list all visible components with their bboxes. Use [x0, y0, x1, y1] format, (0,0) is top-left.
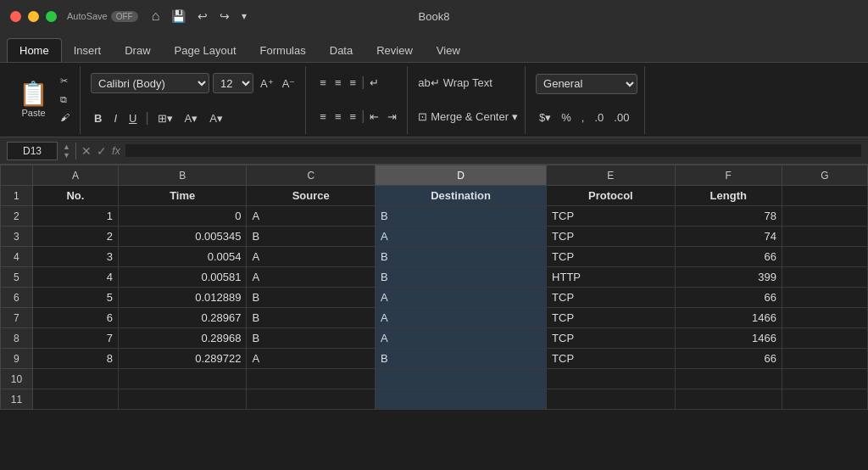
- bold-button[interactable]: B: [91, 110, 105, 126]
- table-cell[interactable]: B: [376, 247, 547, 267]
- merge-center-row[interactable]: ⊡ Merge & Center ▾: [418, 110, 518, 123]
- table-cell[interactable]: A: [376, 227, 547, 247]
- table-cell[interactable]: 8: [32, 349, 118, 369]
- table-cell[interactable]: TCP: [547, 206, 676, 227]
- italic-button[interactable]: I: [110, 110, 120, 126]
- cell-ref-input[interactable]: [7, 142, 58, 160]
- table-cell[interactable]: Source: [247, 186, 376, 206]
- table-cell[interactable]: A: [247, 267, 376, 288]
- table-cell[interactable]: [782, 186, 867, 206]
- tab-data[interactable]: Data: [318, 39, 364, 62]
- table-cell[interactable]: 5: [32, 288, 118, 308]
- percent-button[interactable]: %: [558, 109, 575, 126]
- table-cell[interactable]: [118, 389, 247, 410]
- cut-button[interactable]: ✂: [57, 73, 73, 89]
- table-cell[interactable]: A: [376, 288, 547, 308]
- tab-formulas[interactable]: Formulas: [248, 39, 318, 62]
- table-cell[interactable]: A: [247, 206, 376, 227]
- table-cell[interactable]: 66: [675, 247, 782, 267]
- table-cell[interactable]: [782, 369, 867, 389]
- table-cell[interactable]: [782, 308, 867, 328]
- font-color-button[interactable]: A▾: [206, 110, 226, 126]
- tab-insert[interactable]: Insert: [62, 39, 114, 62]
- table-cell[interactable]: [32, 369, 118, 389]
- table-cell[interactable]: 0.28968: [118, 328, 247, 349]
- col-header-d[interactable]: D: [376, 165, 547, 186]
- save-icon[interactable]: 💾: [171, 9, 186, 23]
- align-right-button[interactable]: ≡: [347, 109, 360, 125]
- table-cell[interactable]: [247, 369, 376, 389]
- table-cell[interactable]: 0.28967: [118, 308, 247, 328]
- table-cell[interactable]: B: [247, 328, 376, 349]
- border-button[interactable]: ⊞▾: [154, 110, 176, 126]
- table-cell[interactable]: 0: [118, 206, 247, 227]
- table-cell[interactable]: 7: [32, 328, 118, 349]
- formula-input[interactable]: [125, 144, 861, 157]
- table-cell[interactable]: 0.289722: [118, 349, 247, 369]
- formula-confirm-icon[interactable]: ✓: [97, 144, 107, 158]
- table-cell[interactable]: 3: [32, 247, 118, 267]
- table-cell[interactable]: A: [376, 328, 547, 349]
- table-cell[interactable]: [247, 389, 376, 410]
- table-cell[interactable]: B: [247, 227, 376, 247]
- table-cell[interactable]: [376, 369, 547, 389]
- increase-font-btn[interactable]: A⁺: [257, 76, 277, 92]
- table-cell[interactable]: 74: [675, 227, 782, 247]
- align-bottom-button[interactable]: ≡: [347, 75, 360, 91]
- formula-arrows[interactable]: ▲▼: [63, 143, 70, 159]
- home-icon[interactable]: ⌂: [152, 8, 160, 24]
- table-cell[interactable]: No.: [32, 186, 118, 206]
- table-cell[interactable]: B: [376, 267, 547, 288]
- table-cell[interactable]: B: [376, 206, 547, 227]
- table-cell[interactable]: 66: [675, 349, 782, 369]
- col-header-g[interactable]: G: [782, 165, 867, 186]
- col-header-c[interactable]: C: [247, 165, 376, 186]
- tab-page-layout[interactable]: Page Layout: [163, 39, 248, 62]
- copy-button[interactable]: ⧉: [57, 92, 73, 108]
- table-cell[interactable]: A: [376, 308, 547, 328]
- wrap-text-icon-btn[interactable]: ↵: [366, 75, 382, 91]
- table-cell[interactable]: TCP: [547, 247, 676, 267]
- accounting-button[interactable]: $▾: [536, 109, 554, 126]
- table-cell[interactable]: B: [247, 288, 376, 308]
- table-cell[interactable]: 78: [675, 206, 782, 227]
- align-left-button[interactable]: ≡: [316, 109, 330, 125]
- col-header-e[interactable]: E: [547, 165, 676, 186]
- table-cell[interactable]: 6: [32, 308, 118, 328]
- table-cell[interactable]: [32, 389, 118, 410]
- table-cell[interactable]: TCP: [547, 227, 676, 247]
- table-cell[interactable]: [547, 369, 676, 389]
- number-format-select[interactable]: General: [536, 74, 637, 94]
- table-cell[interactable]: TCP: [547, 328, 676, 349]
- table-cell[interactable]: 0.00581: [118, 267, 247, 288]
- table-cell[interactable]: [782, 206, 867, 227]
- table-cell[interactable]: 1466: [675, 308, 782, 328]
- table-cell[interactable]: TCP: [547, 288, 676, 308]
- decrease-font-btn[interactable]: A⁻: [279, 76, 299, 92]
- font-size-select[interactable]: 12: [213, 73, 253, 93]
- table-cell[interactable]: Protocol: [547, 186, 676, 206]
- comma-button[interactable]: ,: [578, 109, 588, 126]
- redo-icon[interactable]: ↪: [220, 9, 230, 23]
- tab-draw[interactable]: Draw: [113, 39, 162, 62]
- format-painter-button[interactable]: 🖌: [57, 109, 73, 126]
- table-cell[interactable]: [782, 227, 867, 247]
- table-cell[interactable]: HTTP: [547, 267, 676, 288]
- table-cell[interactable]: [376, 389, 547, 410]
- font-family-select[interactable]: Calibri (Body): [91, 73, 209, 93]
- col-header-a[interactable]: A: [32, 165, 118, 186]
- fill-color-button[interactable]: A▾: [181, 110, 202, 126]
- close-button[interactable]: [10, 11, 21, 22]
- table-cell[interactable]: [782, 267, 867, 288]
- indent-left-button[interactable]: ⇤: [366, 109, 382, 125]
- indent-right-button[interactable]: ⇥: [384, 109, 400, 125]
- table-cell[interactable]: 0.005345: [118, 227, 247, 247]
- table-cell[interactable]: [118, 369, 247, 389]
- tab-review[interactable]: Review: [364, 39, 425, 62]
- table-cell[interactable]: 4: [32, 267, 118, 288]
- table-cell[interactable]: B: [376, 349, 547, 369]
- table-cell[interactable]: [782, 247, 867, 267]
- table-cell[interactable]: 1: [32, 206, 118, 227]
- underline-button[interactable]: U: [125, 110, 140, 126]
- undo-icon[interactable]: ↩: [198, 9, 208, 23]
